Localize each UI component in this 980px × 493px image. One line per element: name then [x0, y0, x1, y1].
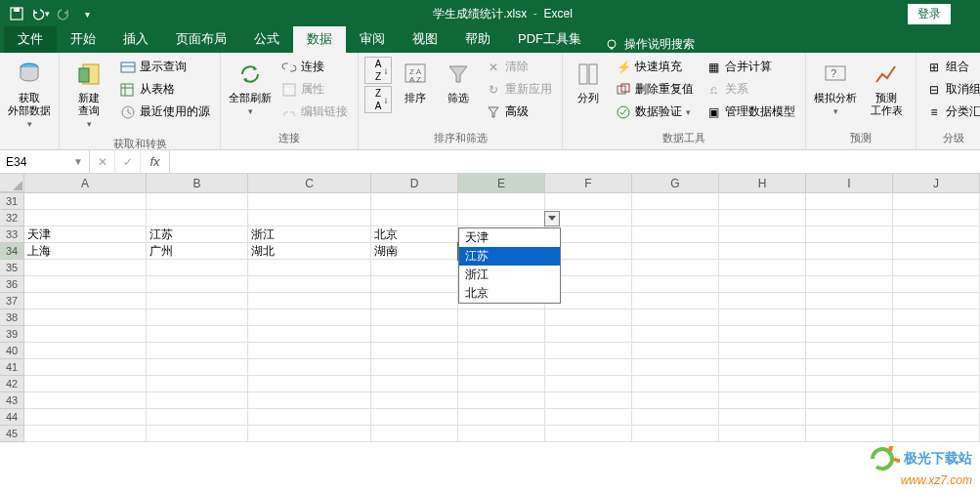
cell[interactable] [371, 293, 458, 309]
new-query-button[interactable]: 新建 查询▾ [65, 57, 112, 131]
cell[interactable]: 湖南 [371, 243, 458, 260]
cell[interactable] [893, 309, 980, 326]
cell[interactable] [248, 376, 371, 392]
cell[interactable] [719, 392, 806, 409]
cell[interactable] [371, 326, 458, 343]
col-header[interactable]: A [24, 174, 147, 192]
cell[interactable]: 浙江 [248, 226, 371, 243]
cell[interactable] [147, 260, 248, 276]
col-header[interactable]: B [147, 174, 248, 192]
row-header[interactable]: 41 [0, 359, 24, 376]
cell[interactable] [545, 376, 632, 392]
name-box[interactable]: E34▼ [0, 150, 90, 173]
cell[interactable] [545, 309, 632, 326]
cell[interactable] [248, 193, 371, 210]
fx-icon[interactable]: fx [141, 150, 170, 173]
cell[interactable] [24, 376, 147, 392]
cell[interactable] [893, 392, 980, 409]
cell[interactable] [458, 426, 545, 442]
cell[interactable] [371, 193, 458, 210]
row-header[interactable]: 43 [0, 392, 24, 409]
cell[interactable] [24, 426, 147, 442]
cell[interactable] [371, 392, 458, 409]
consolidate-button[interactable]: ▦合并计算 [702, 57, 799, 77]
cell[interactable] [248, 210, 371, 226]
cell[interactable] [806, 309, 893, 326]
col-header[interactable]: G [632, 174, 719, 192]
cell[interactable] [893, 210, 980, 226]
cell[interactable]: 广州 [147, 243, 248, 260]
cell[interactable] [147, 392, 248, 409]
validation-dropdown-button[interactable] [544, 211, 560, 226]
cell[interactable] [632, 210, 719, 226]
cell[interactable] [632, 193, 719, 210]
row-header[interactable]: 37 [0, 293, 24, 309]
manage-model-button[interactable]: ▣管理数据模型 [702, 102, 799, 122]
validation-dropdown-list[interactable]: 天津 江苏 浙江 北京 [458, 227, 561, 304]
cell[interactable] [147, 343, 248, 359]
cell[interactable] [632, 359, 719, 376]
cell[interactable] [147, 293, 248, 309]
cell[interactable] [893, 226, 980, 243]
row-header[interactable]: 33 [0, 226, 24, 243]
cell[interactable] [24, 392, 147, 409]
save-icon[interactable] [6, 3, 27, 24]
cell[interactable] [248, 392, 371, 409]
cell[interactable] [24, 309, 147, 326]
cell[interactable] [147, 276, 248, 293]
cell[interactable] [632, 276, 719, 293]
cell[interactable] [806, 276, 893, 293]
cell[interactable] [458, 409, 545, 426]
col-header[interactable]: H [719, 174, 806, 192]
cell[interactable] [458, 359, 545, 376]
cell[interactable] [147, 409, 248, 426]
cell[interactable] [719, 343, 806, 359]
cell[interactable] [248, 359, 371, 376]
cell[interactable]: 上海 [24, 243, 147, 260]
cell[interactable] [545, 359, 632, 376]
filter-button[interactable]: 筛选 [439, 57, 478, 106]
relationships-button[interactable]: ⎌关系 [702, 79, 799, 100]
cell[interactable] [806, 326, 893, 343]
recent-sources-button[interactable]: 最近使用的源 [116, 102, 214, 122]
cell[interactable] [371, 409, 458, 426]
cell[interactable] [458, 376, 545, 392]
cell[interactable] [719, 276, 806, 293]
cell[interactable] [806, 243, 893, 260]
cell[interactable] [24, 409, 147, 426]
row-header[interactable]: 35 [0, 260, 24, 276]
login-button[interactable]: 登录 [908, 4, 951, 24]
refresh-all-button[interactable]: 全部刷新▾ [227, 57, 274, 118]
advanced-button[interactable]: 高级 [482, 102, 556, 122]
cell[interactable]: 北京 [371, 226, 458, 243]
cell[interactable] [24, 260, 147, 276]
cell[interactable] [248, 260, 371, 276]
cell[interactable] [371, 376, 458, 392]
cell[interactable]: 天津 [24, 226, 147, 243]
cell[interactable] [806, 210, 893, 226]
cell[interactable] [632, 293, 719, 309]
cell[interactable] [248, 309, 371, 326]
cell[interactable] [719, 193, 806, 210]
cell[interactable]: 江苏 [147, 226, 248, 243]
cell[interactable] [248, 293, 371, 309]
reapply-button[interactable]: ↻重新应用 [482, 79, 556, 100]
cell[interactable] [893, 359, 980, 376]
cell[interactable] [248, 326, 371, 343]
cell[interactable] [545, 193, 632, 210]
cell[interactable] [632, 260, 719, 276]
cell[interactable] [893, 426, 980, 442]
data-validation-button[interactable]: 数据验证 ▾ [612, 102, 698, 122]
cell[interactable] [893, 343, 980, 359]
cell[interactable] [806, 343, 893, 359]
cell[interactable] [458, 309, 545, 326]
get-external-data-button[interactable]: 获取 外部数据▾ [6, 57, 53, 131]
cell[interactable] [632, 409, 719, 426]
cell[interactable] [632, 343, 719, 359]
tab-file[interactable]: 文件 [4, 26, 57, 53]
cell[interactable] [371, 359, 458, 376]
redo-icon[interactable] [53, 3, 74, 24]
cell[interactable] [458, 193, 545, 210]
group-button[interactable]: ⊞组合 [922, 57, 980, 77]
tab-formulas[interactable]: 公式 [240, 26, 293, 53]
